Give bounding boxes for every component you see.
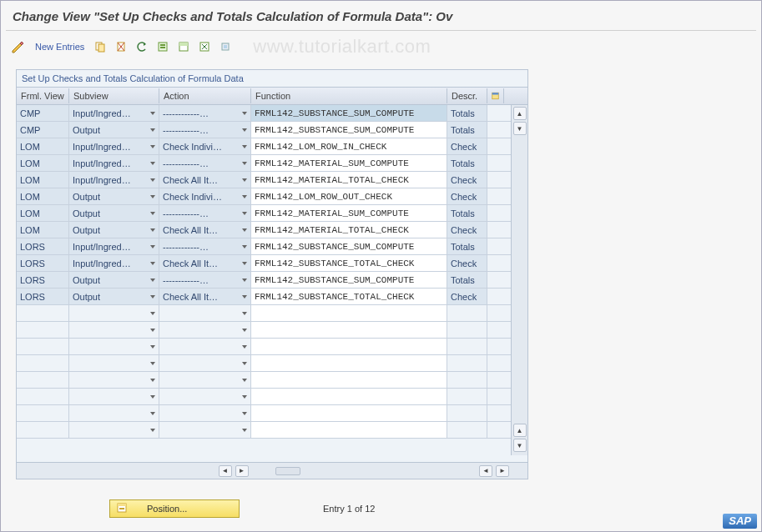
- cell-frml[interactable]: LOM: [17, 138, 69, 154]
- cell-subview[interactable]: Output: [69, 205, 159, 221]
- table-row-empty[interactable]: [17, 372, 511, 389]
- table-row-empty[interactable]: [17, 389, 511, 405]
- cell-frml[interactable]: [17, 322, 69, 338]
- cell-frml[interactable]: LOM: [17, 172, 69, 188]
- cell-frml[interactable]: [17, 339, 69, 354]
- cell-function[interactable]: FRML142_SUBSTANCE_SUM_COMPUTE: [251, 122, 447, 138]
- cell-function[interactable]: [251, 372, 447, 388]
- hscroll-thumb[interactable]: [275, 467, 300, 475]
- cell-frml[interactable]: LORS: [17, 255, 69, 271]
- cell-frml[interactable]: LOM: [17, 205, 69, 221]
- cell-function[interactable]: FRML142_MATERIAL_TOTAL_CHECK: [251, 222, 447, 238]
- cell-function[interactable]: FRML142_SUBSTANCE_SUM_COMPUTE: [251, 272, 447, 288]
- table-row-empty[interactable]: [17, 322, 511, 339]
- cell-subview[interactable]: [69, 372, 159, 388]
- table-row[interactable]: CMPInput/Ingred…------------…FRML142_SUB…: [17, 105, 511, 122]
- table-row[interactable]: LOMInput/Ingred…Check All It…FRML142_MAT…: [17, 172, 511, 188]
- cell-frml[interactable]: LOM: [17, 155, 69, 171]
- cell-frml[interactable]: CMP: [17, 105, 69, 121]
- cell-action[interactable]: Check Indivi…: [159, 188, 251, 204]
- cell-frml[interactable]: [17, 355, 69, 371]
- copy-as-icon[interactable]: [92, 38, 108, 55]
- table-row[interactable]: LORSOutputCheck All It…FRML142_SUBSTANCE…: [17, 289, 511, 305]
- table-row[interactable]: CMPOutput------------…FRML142_SUBSTANCE_…: [17, 122, 511, 138]
- cell-function[interactable]: FRML142_SUBSTANCE_TOTAL_CHECK: [251, 255, 447, 271]
- cell-action[interactable]: ------------…: [159, 205, 251, 221]
- cell-subview[interactable]: Output: [69, 122, 159, 138]
- cell-action[interactable]: ------------…: [159, 105, 251, 121]
- table-row-empty[interactable]: [17, 339, 511, 355]
- table-row-empty[interactable]: [17, 422, 511, 439]
- toggle-change-icon[interactable]: [9, 38, 28, 55]
- cell-frml[interactable]: LOM: [17, 222, 69, 238]
- cell-function[interactable]: FRML142_MATERIAL_SUM_COMPUTE: [251, 155, 447, 171]
- cell-subview[interactable]: Input/Ingred…: [69, 172, 159, 188]
- cell-subview[interactable]: [69, 355, 159, 371]
- cell-function[interactable]: FRML142_SUBSTANCE_TOTAL_CHECK: [251, 289, 447, 304]
- table-row[interactable]: LORSOutput------------…FRML142_SUBSTANCE…: [17, 272, 511, 289]
- cell-function[interactable]: FRML142_SUBSTANCE_SUM_COMPUTE: [251, 105, 447, 121]
- cell-action[interactable]: [159, 389, 251, 404]
- col-frml-view[interactable]: Frml. View: [17, 88, 69, 103]
- cell-action[interactable]: Check All It…: [159, 172, 251, 188]
- position-button[interactable]: Position...: [109, 499, 240, 518]
- cell-function[interactable]: FRML142_MATERIAL_TOTAL_CHECK: [251, 172, 447, 188]
- cell-subview[interactable]: Input/Ingred…: [69, 255, 159, 271]
- cell-frml[interactable]: [17, 405, 69, 421]
- cell-action[interactable]: Check All It…: [159, 289, 251, 304]
- cell-action[interactable]: ------------…: [159, 238, 251, 254]
- table-row-empty[interactable]: [17, 305, 511, 322]
- cell-action[interactable]: [159, 322, 251, 338]
- table-row-empty[interactable]: [17, 355, 511, 372]
- cell-subview[interactable]: [69, 339, 159, 354]
- table-row[interactable]: LOMOutputCheck Indivi…FRML142_LOM_ROW_OU…: [17, 188, 511, 205]
- scroll-down-step-icon[interactable]: ▼: [513, 122, 527, 135]
- cell-action[interactable]: [159, 339, 251, 354]
- cell-subview[interactable]: [69, 405, 159, 421]
- cell-frml[interactable]: LORS: [17, 289, 69, 304]
- vertical-scrollbar[interactable]: ▲ ▼ ▲ ▼: [511, 105, 527, 455]
- hscroll2-right-icon[interactable]: ►: [496, 465, 509, 477]
- cell-action[interactable]: Check All It…: [159, 255, 251, 271]
- table-row-empty[interactable]: [17, 405, 511, 422]
- cell-function[interactable]: [251, 389, 447, 404]
- cell-frml[interactable]: LORS: [17, 238, 69, 254]
- cell-subview[interactable]: Input/Ingred…: [69, 105, 159, 121]
- cell-function[interactable]: FRML142_LOM_ROW_IN_CHECK: [251, 138, 447, 154]
- select-block-icon[interactable]: [175, 38, 192, 55]
- cell-function[interactable]: FRML142_LOM_ROW_OUT_CHECK: [251, 188, 447, 204]
- table-row[interactable]: LOMInput/Ingred…------------…FRML142_MAT…: [17, 155, 511, 172]
- cell-function[interactable]: FRML142_MATERIAL_SUM_COMPUTE: [251, 205, 447, 221]
- cell-subview[interactable]: Output: [69, 188, 159, 204]
- cell-frml[interactable]: [17, 305, 69, 321]
- cell-subview[interactable]: [69, 422, 159, 438]
- cell-subview[interactable]: Output: [69, 289, 159, 304]
- cell-subview[interactable]: Input/Ingred…: [69, 238, 159, 254]
- table-row[interactable]: LOMInput/Ingred…Check Indivi…FRML142_LOM…: [17, 138, 511, 155]
- cell-function[interactable]: [251, 405, 447, 421]
- cell-action[interactable]: ------------…: [159, 155, 251, 171]
- cell-action[interactable]: Check All It…: [159, 222, 251, 238]
- cell-subview[interactable]: [69, 322, 159, 338]
- table-row[interactable]: LOMOutput------------…FRML142_MATERIAL_S…: [17, 205, 511, 222]
- cell-action[interactable]: [159, 305, 251, 321]
- cell-subview[interactable]: [69, 305, 159, 321]
- table-row[interactable]: LOMOutputCheck All It…FRML142_MATERIAL_T…: [17, 222, 511, 238]
- scroll-up-icon[interactable]: ▲: [513, 107, 527, 120]
- hscroll-left-icon[interactable]: ◄: [219, 465, 232, 477]
- cell-function[interactable]: FRML142_SUBSTANCE_SUM_COMPUTE: [251, 238, 447, 254]
- scroll-down-icon[interactable]: ▼: [513, 439, 527, 452]
- cell-subview[interactable]: Output: [69, 222, 159, 238]
- table-settings-icon[interactable]: [487, 88, 504, 103]
- col-function[interactable]: Function: [251, 88, 447, 103]
- cell-action[interactable]: Check Indivi…: [159, 138, 251, 154]
- cell-action[interactable]: [159, 405, 251, 421]
- hscroll-right-icon[interactable]: ►: [235, 465, 249, 477]
- cell-action[interactable]: [159, 422, 251, 438]
- col-descr[interactable]: Descr.: [447, 88, 487, 103]
- select-all-icon[interactable]: [154, 38, 171, 55]
- cell-action[interactable]: ------------…: [159, 122, 251, 138]
- cell-frml[interactable]: LOM: [17, 188, 69, 204]
- cell-function[interactable]: [251, 422, 447, 438]
- cell-frml[interactable]: [17, 422, 69, 438]
